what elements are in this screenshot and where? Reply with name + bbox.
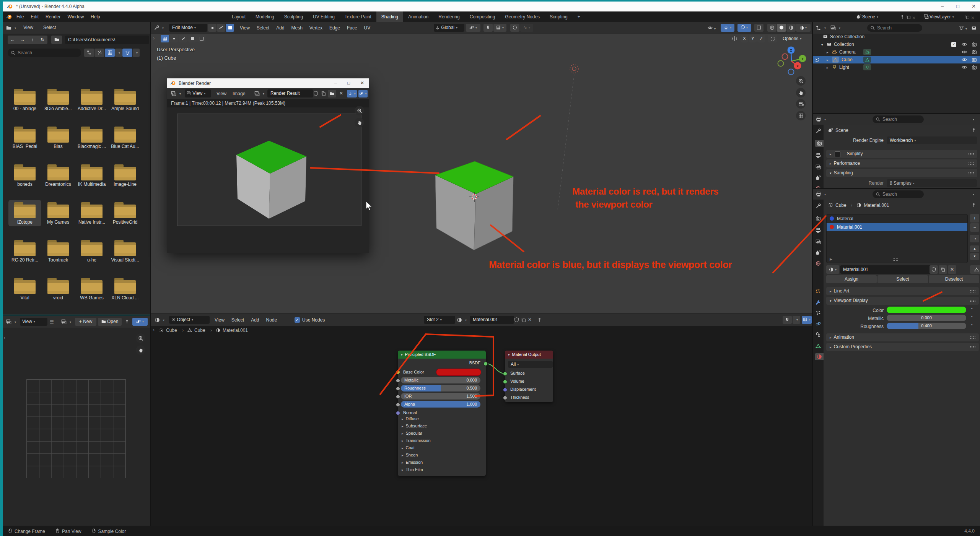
socket-volume[interactable] bbox=[503, 380, 507, 384]
file-menu-select[interactable]: Select bbox=[40, 22, 59, 33]
display-mode-chevron[interactable] bbox=[823, 25, 826, 31]
editor-type-chevron[interactable] bbox=[178, 91, 181, 96]
maximize-button[interactable]: □ bbox=[956, 3, 959, 9]
panel-simplify[interactable]: Simplify bbox=[826, 150, 977, 158]
display-thumbnails-button[interactable] bbox=[105, 49, 115, 57]
camera-row[interactable]: Camera bbox=[839, 49, 856, 55]
image-browse-chevron[interactable] bbox=[68, 319, 71, 325]
tab-scripting[interactable]: Scripting bbox=[545, 11, 573, 22]
assign-button[interactable]: Assign bbox=[826, 275, 877, 283]
collection-checkbox[interactable]: ✓ bbox=[951, 42, 956, 47]
slot-specials-menu[interactable] bbox=[970, 235, 979, 242]
viewport-camera-button[interactable] bbox=[796, 99, 806, 109]
fake-user-shield-icon[interactable] bbox=[313, 91, 318, 96]
folder-item[interactable]: Native Instr... bbox=[75, 200, 108, 225]
node-header[interactable]: Material Output bbox=[505, 351, 553, 359]
node-header[interactable]: Principled BSDF bbox=[398, 351, 486, 359]
tab-layout[interactable]: Layout bbox=[227, 11, 251, 22]
tab-output-icon[interactable] bbox=[815, 227, 822, 234]
ior-slider[interactable]: IOR1.500 bbox=[401, 393, 480, 400]
folder-item[interactable]: Ample Sound bbox=[109, 86, 142, 111]
socket-base-color[interactable] bbox=[396, 370, 400, 374]
nav-refresh-button[interactable]: ↻ bbox=[37, 36, 47, 44]
panel-grip[interactable] bbox=[968, 162, 974, 165]
panel-grip[interactable] bbox=[970, 290, 976, 293]
cube-row-selected[interactable]: Cube bbox=[813, 56, 980, 63]
folder-item[interactable]: PositiveGrid bbox=[109, 200, 142, 225]
deselect-button[interactable]: Deselect bbox=[929, 275, 979, 283]
scene-selector[interactable]: Scene ✕ bbox=[855, 13, 918, 21]
editor-type-chevron[interactable] bbox=[823, 192, 826, 197]
panel-grip[interactable] bbox=[970, 346, 976, 349]
editor-type-chevron[interactable] bbox=[13, 25, 16, 31]
panel-viewport-display[interactable]: Viewport Display bbox=[826, 297, 979, 305]
open-image-button[interactable]: Open bbox=[98, 318, 122, 326]
folder-item[interactable]: Dreamtonics bbox=[42, 162, 75, 187]
file-search-input[interactable]: Search bbox=[8, 49, 81, 57]
tab-viewlayer-icon[interactable] bbox=[815, 164, 822, 171]
folder-item-clipped[interactable] bbox=[8, 313, 41, 315]
tab-object-icon[interactable] bbox=[815, 287, 822, 294]
tab-geometry-nodes[interactable]: Geometry Nodes bbox=[500, 11, 545, 22]
section-sheen[interactable]: Sheen bbox=[402, 453, 418, 457]
folder-item[interactable]: Blackmagic ... bbox=[75, 124, 108, 149]
image-browse-icon[interactable] bbox=[61, 319, 67, 326]
folder-item[interactable]: Blue Cat Au... bbox=[109, 124, 142, 149]
viewport-zoom-button[interactable] bbox=[796, 76, 806, 86]
outliner-search-input[interactable]: Search bbox=[867, 24, 922, 32]
render-maximize-button[interactable]: □ bbox=[347, 80, 350, 86]
panel-custom-properties[interactable]: Custom Properties bbox=[826, 343, 979, 351]
zoom-button[interactable] bbox=[136, 333, 145, 343]
folder-item[interactable]: 8Dio Ambie... bbox=[42, 86, 75, 111]
nav-parent-button[interactable]: ↑ bbox=[28, 36, 37, 44]
menu-window[interactable]: Window bbox=[64, 11, 87, 22]
camera-expand[interactable] bbox=[827, 49, 831, 55]
display-list-vertical-button[interactable] bbox=[84, 49, 94, 57]
breadcrumb-scene[interactable]: Scene bbox=[835, 128, 848, 133]
panel-line-art[interactable]: Line Art bbox=[826, 287, 979, 295]
alpha-slider[interactable]: Alpha1.000 bbox=[401, 401, 480, 408]
breadcrumb-object[interactable]: Cube bbox=[835, 203, 847, 208]
properties-options-chevron[interactable] bbox=[971, 192, 974, 197]
shader-editor[interactable]: Object ViewSelectAddNode ✓ Use Nodes Slo… bbox=[150, 313, 813, 526]
open-image-folder-button[interactable] bbox=[328, 90, 336, 97]
node-material-output[interactable]: Material Output All Surface Volume Displ… bbox=[505, 351, 553, 402]
collapsed-menus-icon[interactable]: ☰ bbox=[50, 319, 54, 325]
image-mode-dropdown[interactable]: View bbox=[20, 318, 47, 326]
animate-metallic-button[interactable]: • bbox=[971, 315, 973, 319]
menu-render[interactable]: Render bbox=[42, 11, 64, 22]
unlink-material-button[interactable]: ✕ bbox=[948, 265, 956, 274]
panel-grip[interactable] bbox=[968, 172, 974, 175]
render-mode-dropdown[interactable]: View bbox=[185, 89, 211, 97]
render-zoom-button[interactable] bbox=[355, 106, 364, 115]
filter-options-chevron[interactable] bbox=[133, 49, 140, 57]
tab-uv-editing[interactable]: UV Editing bbox=[308, 11, 340, 22]
slot-material[interactable]: Material bbox=[827, 214, 967, 223]
outliner-filter-button[interactable] bbox=[959, 25, 967, 31]
folder-item[interactable]: Image-Line bbox=[109, 162, 142, 187]
path-field[interactable]: C:\Users\x\Documents\ bbox=[65, 36, 149, 44]
display-size-chevron[interactable] bbox=[115, 49, 122, 57]
render-engine-dropdown[interactable]: Workbench bbox=[887, 136, 977, 144]
tab-constraints-icon[interactable] bbox=[815, 331, 822, 338]
new-folder-button[interactable] bbox=[51, 36, 62, 44]
editor-type-chevron[interactable] bbox=[13, 319, 16, 325]
folder-item[interactable]: 00 - ablage bbox=[8, 86, 41, 111]
add-workspace-button[interactable]: + bbox=[573, 11, 585, 22]
disable-render-icon[interactable] bbox=[972, 42, 977, 47]
section-subsurface[interactable]: Subsurface bbox=[402, 424, 427, 428]
outliner-display-mode[interactable] bbox=[816, 25, 821, 32]
folder-item[interactable]: Bias bbox=[42, 124, 75, 149]
disable-render-icon[interactable] bbox=[972, 57, 977, 62]
render-close-button[interactable]: ✕ bbox=[360, 80, 364, 86]
socket-roughness[interactable] bbox=[396, 387, 400, 391]
folder-item[interactable]: BIAS_Pedal bbox=[8, 124, 41, 149]
panel-animation[interactable]: Animation bbox=[826, 333, 979, 341]
navigation-gizmo[interactable]: Z Y X bbox=[772, 45, 813, 77]
select-button[interactable]: Select bbox=[877, 275, 928, 283]
folder-item[interactable]: Visual Studi... bbox=[109, 238, 142, 263]
file-menu-view[interactable]: View bbox=[20, 22, 37, 33]
list-resize-grip[interactable] bbox=[892, 258, 899, 261]
display-channels-toggle[interactable] bbox=[347, 90, 357, 97]
pin-icon[interactable] bbox=[971, 128, 976, 133]
